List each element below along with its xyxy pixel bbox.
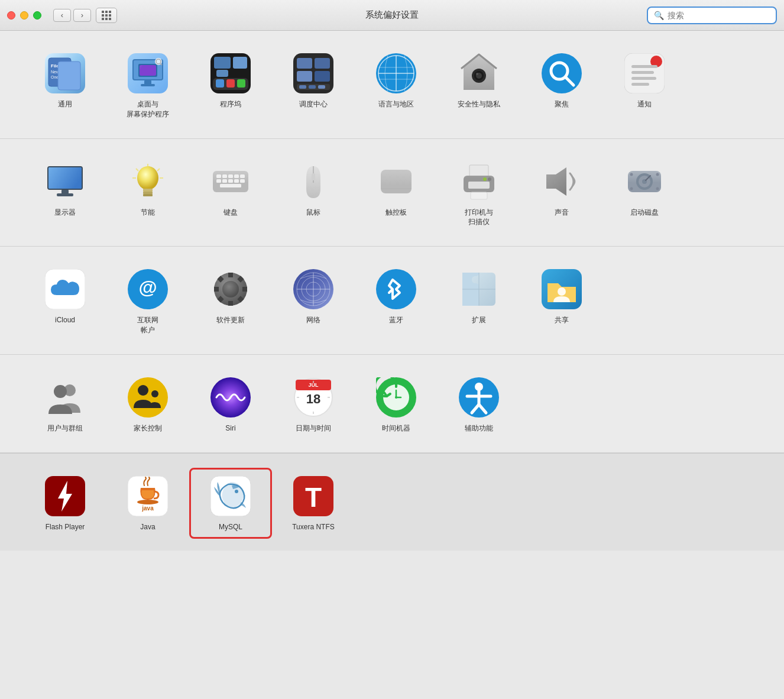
startup-icon — [624, 161, 665, 202]
pref-java[interactable]: java Java — [106, 468, 189, 539]
pref-update[interactable]: 软件更新 — [189, 261, 272, 332]
close-button[interactable] — [7, 11, 15, 20]
spotlight-icon-box — [540, 52, 583, 95]
svg-rect-87 — [468, 182, 490, 189]
pref-accessibility[interactable]: 辅助功能 — [438, 369, 520, 441]
keyboard-icon — [210, 161, 251, 202]
search-icon: 🔍 — [654, 11, 664, 20]
users-label: 用户与群组 — [47, 423, 83, 433]
search-input[interactable] — [668, 11, 770, 20]
pref-general[interactable]: File New One 通用 — [24, 45, 106, 117]
mission-icon-box — [292, 52, 335, 95]
pref-users[interactable]: 用户与群组 — [24, 369, 106, 441]
pref-sharing[interactable]: 共享 — [520, 261, 603, 332]
pref-internet[interactable]: @ 互联网 帐户 — [106, 261, 189, 342]
pref-energy[interactable]: 节能 — [106, 153, 189, 225]
svg-text:T: T — [305, 482, 322, 513]
pref-display[interactable]: 显示器 — [24, 153, 106, 225]
svg-rect-76 — [222, 179, 227, 183]
pref-security[interactable]: 安全性与隐私 — [438, 45, 520, 117]
pref-timemachine[interactable]: 时间机器 — [355, 369, 438, 441]
maximize-button[interactable] — [33, 11, 41, 20]
update-icon-box — [209, 268, 252, 310]
svg-rect-20 — [216, 79, 224, 88]
pref-startup[interactable]: 启动磁盘 — [603, 153, 686, 225]
svg-point-146 — [137, 500, 158, 504]
grid-dots-icon — [102, 11, 111, 20]
flash-icon — [45, 476, 85, 516]
pref-parental[interactable]: 家长控制 — [106, 369, 189, 441]
search-box[interactable]: 🔍 — [647, 7, 777, 24]
network-icon-box — [292, 268, 335, 310]
pref-flash[interactable]: Flash Player — [24, 468, 106, 539]
siri-label: Siri — [225, 423, 235, 433]
pref-tuxera[interactable]: T Tuxera NTFS — [272, 468, 355, 539]
svg-rect-52 — [631, 71, 654, 74]
pref-sound[interactable]: 声音 — [520, 153, 603, 225]
java-icon: java — [128, 476, 168, 516]
pref-printer[interactable]: 打印机与 扫描仪 — [438, 153, 520, 235]
pref-extension[interactable]: 扩展 — [438, 261, 520, 332]
pref-mouse[interactable]: 鼠标 — [272, 153, 355, 225]
svg-point-120 — [128, 377, 168, 418]
svg-rect-90 — [471, 192, 487, 199]
svg-text:@: @ — [138, 277, 157, 298]
svg-rect-75 — [216, 179, 221, 183]
svg-rect-28 — [315, 58, 330, 69]
keyboard-label: 键盘 — [223, 208, 238, 218]
pref-keyboard[interactable]: 键盘 — [189, 153, 272, 225]
svg-rect-21 — [226, 79, 235, 88]
pref-siri[interactable]: Siri — [189, 369, 272, 441]
svg-rect-72 — [228, 174, 233, 178]
svg-rect-59 — [57, 193, 73, 196]
update-label: 软件更新 — [216, 315, 245, 325]
pref-bluetooth[interactable]: 蓝牙 — [355, 261, 438, 332]
internet-icon-box: @ — [127, 268, 169, 310]
svg-rect-63 — [143, 194, 153, 196]
svg-rect-79 — [240, 179, 245, 183]
trackpad-icon — [376, 161, 416, 202]
icloud-icon — [45, 269, 85, 309]
startup-label: 启动磁盘 — [630, 208, 659, 218]
svg-rect-14 — [141, 84, 155, 86]
svg-point-89 — [483, 177, 487, 181]
display-icon — [45, 161, 85, 202]
pref-trackpad[interactable]: 触控板 — [355, 153, 438, 225]
svg-text:java: java — [141, 505, 154, 512]
pref-notify[interactable]: 通知 — [603, 45, 686, 117]
svg-point-45 — [476, 73, 478, 75]
pref-datetime[interactable]: JUL 18 日期与时间 — [272, 369, 355, 441]
sound-icon-box — [540, 160, 583, 203]
printer-icon-box — [458, 160, 500, 203]
parental-icon — [128, 377, 168, 418]
extension-icon-box — [458, 268, 500, 310]
timemachine-icon-box — [375, 376, 417, 419]
spotlight-label: 聚焦 — [555, 99, 569, 109]
bluetooth-icon — [376, 269, 416, 309]
forward-button[interactable]: › — [73, 9, 91, 22]
grid-view-button[interactable] — [96, 8, 117, 23]
minimize-button[interactable] — [20, 11, 28, 20]
svg-rect-12 — [140, 65, 156, 76]
siri-icon — [210, 377, 251, 418]
back-button[interactable]: ‹ — [53, 9, 71, 22]
trackpad-icon-box — [375, 160, 417, 203]
pref-language[interactable]: 语言与地区 — [355, 45, 438, 117]
mysql-icon — [210, 476, 251, 516]
general-icon-box: File New One — [44, 52, 86, 95]
section-thirdparty: Flash Player — [0, 453, 784, 551]
pref-spotlight[interactable]: 聚焦 — [520, 45, 603, 117]
svg-rect-78 — [234, 179, 239, 183]
svg-point-99 — [656, 187, 659, 190]
svg-line-66 — [157, 169, 160, 171]
pref-mission[interactable]: 调度中心 — [272, 45, 355, 117]
energy-label: 节能 — [141, 208, 155, 218]
pref-dock[interactable]: 程序坞 — [189, 45, 272, 117]
svg-point-149 — [235, 490, 238, 493]
pref-icloud[interactable]: iCloud — [24, 261, 106, 332]
pref-network[interactable]: 网络 — [272, 261, 355, 332]
pref-mysql[interactable]: MySQL — [189, 468, 272, 539]
pref-desktop[interactable]: 桌面与 屏幕保护程序 — [106, 45, 189, 127]
keyboard-icon-box — [209, 160, 252, 203]
svg-rect-82 — [312, 173, 315, 180]
